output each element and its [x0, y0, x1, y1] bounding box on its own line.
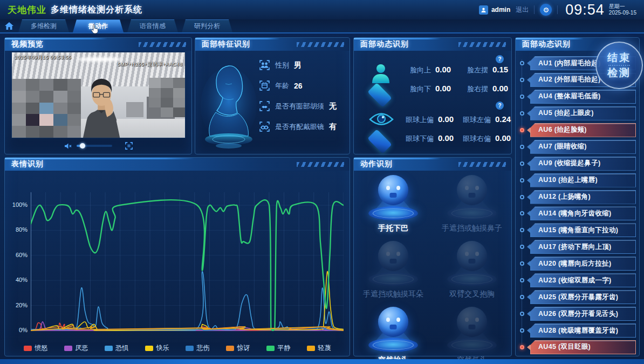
- au-item[interactable]: AU26 (双唇分开看见舌头): [520, 307, 636, 321]
- mosaic-block: [12, 103, 26, 114]
- au-status-dot: [520, 228, 524, 232]
- volume-knob[interactable]: [80, 143, 85, 149]
- au-status-dot: [520, 61, 524, 65]
- chart-legend: 愤怒 厌恶 恐惧 快乐 悲伤 惊讶 平静 轻蔑: [5, 343, 350, 353]
- face-orb-icon: [378, 307, 408, 337]
- face-dynamics-panel: 面部动态识别 ? ? 脸向上 0.00 脸左摆 0.15 脸向下 0.00 脸右…: [353, 37, 512, 154]
- clock: 09:54 星期一 2025-09-15: [565, 2, 636, 18]
- tab-analysis[interactable]: 研判分析: [182, 19, 232, 32]
- au-item[interactable]: AU20 (嘴唇向后方拉扯): [520, 257, 636, 271]
- video-frame[interactable]: 2025年09月15 09:53:56 5MP+H265+定码率+AAC48: [11, 52, 186, 138]
- au-item[interactable]: AU25 (双唇分开暴露牙齿): [520, 290, 636, 304]
- action-orb-stage: [366, 174, 420, 220]
- mosaic-block: [149, 78, 161, 87]
- panel-header: 面部动态识别: [354, 38, 511, 51]
- legend-item: 悲伤: [186, 343, 210, 353]
- mosaic-block: [26, 126, 40, 138]
- footer-bar: [0, 359, 644, 364]
- au-notch-decoration: [527, 227, 530, 233]
- feature-row: 是否有配戴眼镜 有: [259, 121, 337, 132]
- glasses-icon: [259, 121, 270, 132]
- au-notch-decoration: [527, 127, 530, 133]
- panel-title: 面部动态识别: [516, 39, 571, 49]
- beard-icon: [259, 100, 270, 112]
- mosaic-block: [161, 98, 173, 107]
- action-item[interactable]: 手托下巴: [354, 174, 433, 233]
- face-orb-icon: [457, 241, 487, 271]
- settings-button[interactable]: ⚙: [540, 4, 552, 16]
- video-datetime-overlay: 2025年09月15 09:53:56: [15, 54, 71, 61]
- mosaic-block: [173, 88, 185, 98]
- au-notch-decoration: [527, 60, 530, 66]
- au-status-dot: [520, 245, 524, 249]
- panel-title: 表情识别: [5, 159, 44, 169]
- au-item[interactable]: AU45 (双目眨眼): [520, 340, 636, 354]
- au-notch-decoration: [527, 261, 530, 266]
- au-item-label: AU1 (内部眉毛抬起): [531, 59, 600, 68]
- user-chip[interactable]: admin: [479, 5, 510, 15]
- home-button[interactable]: [0, 19, 18, 32]
- action-orb-stage: [366, 306, 420, 352]
- action-orb-stage: [445, 174, 499, 220]
- panel-title: 面部特征识别: [195, 39, 250, 49]
- metric: 眼球右偏 0.00: [463, 133, 512, 144]
- au-item[interactable]: AU7 (眼睛收缩): [520, 140, 636, 154]
- au-status-dot: [520, 345, 524, 349]
- tab-multidim[interactable]: 多维检测: [18, 19, 69, 32]
- au-item[interactable]: AU17 (挤动下唇向上顶): [520, 240, 636, 254]
- eye-direction-icon: [369, 111, 394, 152]
- logout-link[interactable]: 退出: [516, 5, 529, 15]
- username-label: admin: [491, 6, 510, 14]
- end-detection-label-line1: 结束: [607, 52, 631, 64]
- au-item[interactable]: AU9 (收缩提起鼻子): [520, 157, 636, 171]
- header-stripes-decoration: [458, 162, 506, 167]
- panel-header: 动作识别: [354, 158, 511, 171]
- au-item-box: AU14 (嘴角向牙齿收缩): [530, 206, 636, 220]
- action-item[interactable]: 双臂交叉抱胸: [433, 240, 511, 299]
- mosaic-block: [149, 107, 161, 117]
- action-item[interactable]: 手遮挡或触摸鼻子: [433, 174, 511, 233]
- legend-swatch: [307, 346, 315, 351]
- metric-label: 脸右摆: [467, 84, 488, 94]
- au-item-box: AU10 (抬起上嘴唇): [530, 173, 636, 187]
- metric-label: 脸左摆: [467, 65, 488, 75]
- au-item[interactable]: AU12 (上扬嘴角): [520, 190, 636, 204]
- legend-label: 悲伤: [197, 343, 210, 353]
- action-item[interactable]: 突然抬头: [354, 306, 433, 364]
- app-header: 天地伟业 多维情绪检测分析系统 admin 退出 ⚙ 09:54 星期一 202…: [0, 0, 644, 19]
- legend-item: 快乐: [145, 343, 169, 353]
- au-notch-decoration: [527, 311, 530, 316]
- au-notch-decoration: [527, 294, 530, 300]
- au-item-box: AU28 (吮吸嘴唇覆盖牙齿): [530, 323, 636, 338]
- action-item[interactable]: 突然低头: [433, 306, 511, 364]
- metric: 脸向下 0.00: [410, 84, 460, 94]
- tab-voice-emotion[interactable]: 语音情感: [127, 19, 178, 32]
- au-item[interactable]: AU14 (嘴角向牙齿收缩): [520, 206, 636, 220]
- end-detection-label-line2: 检测: [607, 67, 631, 79]
- end-detection-button[interactable]: 结束 检测: [595, 42, 643, 89]
- hologram-platform: [368, 338, 418, 352]
- au-item[interactable]: AU15 (嘴角垂直向下拉动): [520, 223, 636, 237]
- header-stripes-decoration: [139, 42, 186, 47]
- metric-value: 0.00: [435, 65, 451, 74]
- gender-icon: [259, 59, 270, 71]
- legend-label: 快乐: [156, 343, 169, 353]
- volume-slider[interactable]: [77, 145, 112, 147]
- action-item[interactable]: 手遮挡或触摸耳朵: [354, 240, 433, 299]
- au-item[interactable]: AU23 (收缩双唇成一字): [520, 273, 636, 287]
- legend-swatch: [24, 346, 32, 351]
- mute-icon[interactable]: [64, 143, 72, 150]
- au-notch-decoration: [527, 77, 530, 83]
- feature-value: 无: [329, 102, 337, 111]
- fullscreen-icon[interactable]: [125, 142, 133, 150]
- tab-microaction[interactable]: 微动作: [73, 19, 124, 32]
- au-item[interactable]: AU28 (吮吸嘴唇覆盖牙齿): [520, 323, 636, 338]
- app-title: 多维情绪检测分析系统: [51, 4, 142, 16]
- au-item[interactable]: AU6 (抬起脸颊): [520, 123, 636, 137]
- legend-item: 平静: [266, 343, 291, 353]
- au-status-dot: [520, 145, 524, 149]
- au-item[interactable]: AU5 (抬起上眼皮): [520, 106, 636, 120]
- au-item[interactable]: AU10 (抬起上嘴唇): [520, 173, 636, 187]
- au-item[interactable]: AU4 (整体眉毛低垂): [520, 90, 636, 104]
- au-status-dot: [520, 211, 524, 215]
